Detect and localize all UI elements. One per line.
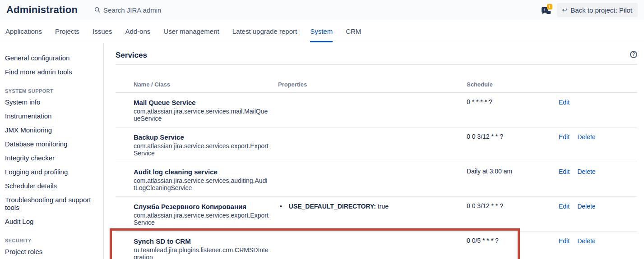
page-title: Administration: [6, 4, 78, 16]
service-schedule: 0 * * * * ?: [467, 93, 554, 110]
sidebar-item-jmx-monitoring[interactable]: JMX Monitoring: [5, 123, 93, 137]
property-value: true: [378, 203, 389, 210]
edit-link[interactable]: Edit: [559, 237, 570, 245]
admin-sidebar: General configuration Find more admin to…: [0, 43, 104, 259]
service-class: com.atlassian.jira.service.services.mail…: [134, 108, 269, 122]
help-icon[interactable]: ?: [630, 51, 637, 58]
service-schedule: 0 0/5 * * * ?: [467, 232, 554, 249]
notifications-button[interactable]: ! 1: [542, 4, 552, 16]
sidebar-item-find-more-admin-tools[interactable]: Find more admin tools: [5, 65, 93, 79]
services-table: Name / Class Properties Schedule Mail Qu…: [116, 65, 637, 259]
sidebar-item-audit-log[interactable]: Audit Log: [5, 214, 93, 228]
column-header-actions: [554, 65, 637, 86]
header-right: ! 1 ↩ Back to project: Pilot: [542, 3, 638, 17]
search-icon: [94, 7, 101, 13]
service-schedule: 0 0 3/12 * * ?: [467, 197, 554, 214]
edit-link[interactable]: Edit: [559, 98, 570, 107]
main-content: Services ? Name / Class Properties Sched…: [104, 43, 644, 259]
service-property: USE_DEFAULT_DIRECTORY: true: [278, 202, 467, 211]
service-name: Synch SD to CRM: [134, 237, 269, 245]
admin-search: [94, 6, 203, 14]
tab-applications[interactable]: Applications: [5, 20, 42, 43]
tab-add-ons[interactable]: Add-ons: [125, 20, 150, 43]
table-row: Backup Service com.atlassian.jira.servic…: [116, 127, 637, 162]
sidebar-item-instrumentation[interactable]: Instrumentation: [5, 109, 93, 123]
sidebar-item-troubleshooting[interactable]: Troubleshooting and support tools: [5, 193, 93, 214]
tab-projects[interactable]: Projects: [55, 20, 79, 43]
service-class: com.atlassian.jira.service.services.expo…: [134, 142, 269, 157]
column-header-properties: Properties: [278, 65, 467, 92]
column-header-schedule: Schedule: [467, 65, 554, 92]
table-header-row: Name / Class Properties Schedule: [116, 65, 637, 93]
table-row: Mail Queue Service com.atlassian.jira.se…: [116, 93, 637, 127]
service-schedule: Daily at 3:00 am: [467, 162, 554, 180]
table-row-highlighted: Synch SD to CRM ru.teamlead.jira.plugins…: [116, 232, 637, 259]
service-class: com.atlassian.jira.service.services.expo…: [134, 212, 269, 226]
service-class: ru.teamlead.jira.plugins.listener.crm.CR…: [134, 246, 269, 259]
service-name: Mail Queue Service: [134, 98, 269, 107]
admin-nav-tabs: Applications Projects Issues Add-ons Use…: [0, 20, 644, 43]
back-to-project-button[interactable]: ↩ Back to project: Pilot: [557, 3, 638, 17]
sidebar-heading-system-support: SYSTEM SUPPORT: [5, 88, 93, 94]
tab-system[interactable]: System: [310, 20, 333, 43]
tab-latest-upgrade-report[interactable]: Latest upgrade report: [232, 20, 297, 43]
edit-link[interactable]: Edit: [559, 133, 570, 141]
service-name: Служба Резервного Копирования: [134, 202, 269, 211]
delete-link[interactable]: Delete: [577, 133, 595, 141]
edit-link[interactable]: Edit: [559, 168, 570, 176]
service-name: Backup Service: [134, 133, 269, 141]
sidebar-item-scheduler-details[interactable]: Scheduler details: [5, 179, 93, 193]
sidebar-heading-security: SECURITY: [5, 238, 93, 243]
table-row: Служба Резервного Копирования com.atlass…: [116, 197, 637, 232]
tab-issues[interactable]: Issues: [93, 20, 112, 43]
column-header-name-class: Name / Class: [116, 65, 278, 92]
search-input[interactable]: [103, 6, 203, 14]
edit-link[interactable]: Edit: [559, 202, 570, 211]
back-arrow-icon: ↩: [562, 7, 568, 13]
sidebar-item-database-monitoring[interactable]: Database monitoring: [5, 137, 93, 151]
service-class: com.atlassian.jira.service.services.audi…: [134, 177, 269, 191]
tab-user-management[interactable]: User management: [163, 20, 219, 43]
sidebar-item-project-roles[interactable]: Project roles: [5, 245, 93, 259]
speech-bubble-small-icon: [547, 11, 551, 14]
delete-link[interactable]: Delete: [577, 168, 595, 176]
sidebar-item-system-info[interactable]: System info: [5, 95, 93, 109]
top-header: Administration ! 1 ↩ Back to project: Pi…: [0, 0, 644, 20]
tab-crm[interactable]: CRM: [346, 20, 361, 43]
sidebar-item-integrity-checker[interactable]: Integrity checker: [5, 151, 93, 165]
service-schedule: 0 0 3/12 * * ?: [467, 127, 554, 145]
delete-link[interactable]: Delete: [577, 202, 595, 211]
sidebar-item-general-configuration[interactable]: General configuration: [5, 51, 93, 65]
back-button-label: Back to project: Pilot: [570, 6, 632, 14]
notification-badge: 1: [547, 4, 552, 9]
services-title: Services: [116, 51, 147, 60]
table-row: Audit log cleaning service com.atlassian…: [116, 162, 637, 197]
sidebar-item-logging-and-profiling[interactable]: Logging and profiling: [5, 165, 93, 179]
delete-link[interactable]: Delete: [577, 237, 595, 245]
service-name: Audit log cleaning service: [134, 168, 269, 176]
property-key: USE_DEFAULT_DIRECTORY:: [289, 203, 376, 210]
